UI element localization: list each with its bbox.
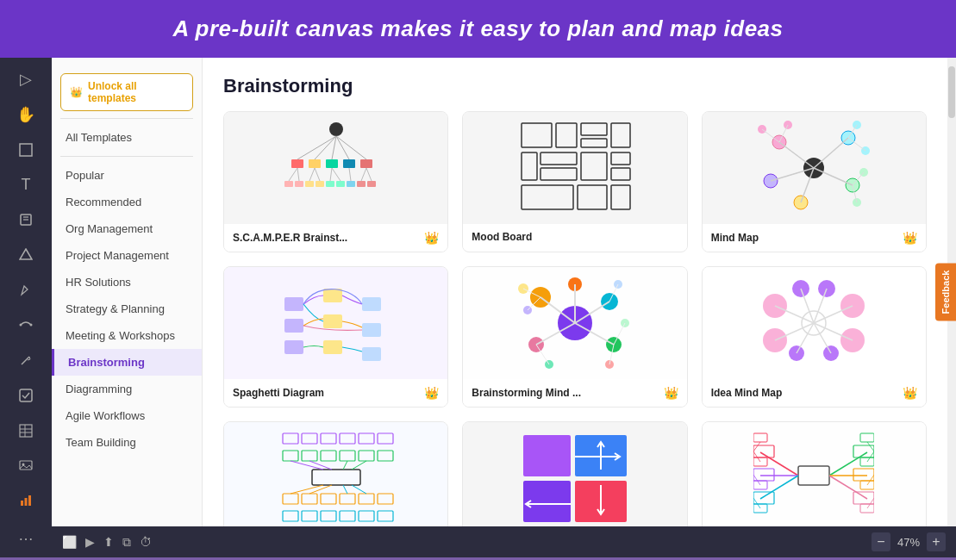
svg-line-41 — [315, 168, 320, 181]
svg-line-195 — [753, 498, 760, 508]
timer-icon[interactable]: ⏱ — [140, 535, 152, 549]
svg-line-177 — [760, 476, 798, 499]
template-name-moodboard: Mood Board — [472, 231, 532, 243]
check-icon[interactable] — [10, 383, 41, 407]
sidebar-item-meeting[interactable]: Meeting & Workshops — [52, 322, 202, 349]
sidebar: 👑 Unlock all templates All Templates Pop… — [52, 58, 203, 526]
template-card-moodboard[interactable]: Mood Board — [462, 111, 687, 252]
template-footer-ideamind: Idea Mind Map 👑 — [703, 379, 926, 407]
text-icon[interactable]: T — [10, 173, 41, 196]
svg-line-40 — [309, 168, 315, 181]
template-card-ideamind[interactable]: Idea Mind Map 👑 — [702, 266, 927, 408]
templates-grid: S.C.A.M.P.E.R Brainst... 👑 — [223, 111, 927, 526]
svg-rect-34 — [336, 181, 345, 187]
svg-rect-55 — [581, 152, 607, 180]
template-card-mindmap[interactable]: Mind Map 👑 — [702, 111, 927, 252]
connector-icon[interactable] — [10, 314, 41, 337]
shape-icon[interactable] — [10, 244, 41, 267]
svg-rect-138 — [378, 433, 393, 444]
expand-icon[interactable]: ⬜ — [62, 535, 77, 549]
svg-line-46 — [366, 168, 372, 181]
svg-rect-9 — [20, 425, 32, 437]
svg-line-190 — [753, 442, 760, 451]
svg-line-202 — [867, 475, 874, 485]
svg-rect-85 — [284, 319, 303, 333]
svg-rect-139 — [283, 451, 298, 461]
svg-rect-142 — [340, 451, 355, 461]
svg-rect-48 — [556, 123, 577, 147]
zoom-controls: − 47% + — [872, 532, 946, 551]
svg-line-191 — [753, 451, 760, 462]
template-card-impact[interactable]: Impact and Effort M... 👑 — [462, 421, 687, 526]
template-card-brainstorm[interactable]: Brainstorming Mind ... 👑 — [462, 266, 687, 408]
template-thumb-scamper — [224, 112, 447, 224]
svg-point-5 — [20, 324, 22, 327]
svg-rect-49 — [581, 123, 607, 135]
present-icon[interactable]: ▶ — [85, 535, 95, 549]
unlock-templates-button[interactable]: 👑 Unlock all templates — [60, 73, 193, 111]
svg-line-39 — [297, 168, 299, 181]
svg-rect-88 — [323, 314, 342, 328]
svg-line-164 — [343, 485, 347, 494]
sidebar-item-team-building[interactable]: Team Building — [52, 429, 202, 456]
sidebar-item-brainstorming[interactable]: Brainstorming — [52, 349, 202, 376]
svg-rect-13 — [20, 461, 32, 470]
scroll-thumb[interactable] — [948, 66, 955, 118]
duplicate-icon[interactable]: ⧉ — [122, 535, 131, 550]
export-icon[interactable]: ⬆ — [103, 535, 114, 549]
pen-icon[interactable] — [10, 278, 41, 302]
more-icon[interactable]: … — [10, 524, 41, 547]
template-thumb-brainstorm — [463, 267, 686, 379]
sidebar-item-project[interactable]: Project Management — [52, 242, 202, 269]
cursor-icon[interactable]: ▷ — [10, 68, 41, 91]
svg-rect-136 — [340, 433, 355, 444]
crown-spaghetti: 👑 — [424, 386, 439, 400]
svg-point-18 — [329, 122, 343, 136]
sidebar-item-all-templates[interactable]: All Templates — [52, 124, 202, 151]
chart-icon[interactable] — [10, 489, 41, 513]
frame-icon[interactable] — [10, 138, 41, 161]
template-card-centralmind[interactable]: Central Mind Map 👑 — [702, 421, 927, 526]
page-title: Brainstorming — [223, 75, 927, 97]
table-icon[interactable] — [10, 419, 41, 442]
svg-line-182 — [829, 452, 867, 476]
svg-rect-156 — [283, 511, 298, 521]
template-name-spaghetti: Spaghetti Diagram — [233, 387, 324, 399]
zoom-in-button[interactable]: + — [927, 532, 946, 551]
svg-rect-17 — [28, 495, 31, 506]
template-name-scamper: S.C.A.M.P.E.R Brainst... — [233, 232, 347, 244]
svg-line-45 — [361, 168, 366, 181]
template-card-doublepyramid[interactable]: Double Pyramid Min... 👑 — [223, 421, 448, 526]
sidebar-item-agile[interactable]: Agile Workflows — [52, 402, 202, 429]
svg-rect-23 — [360, 159, 372, 168]
template-card-scamper[interactable]: S.C.A.M.P.E.R Brainst... 👑 — [223, 111, 448, 252]
note-icon[interactable] — [10, 208, 41, 232]
svg-line-184 — [829, 476, 867, 499]
svg-rect-151 — [302, 494, 317, 504]
crown-scamper: 👑 — [424, 231, 439, 245]
sidebar-item-hr[interactable]: HR Solutions — [52, 269, 202, 296]
sidebar-item-popular[interactable]: Popular — [52, 162, 202, 189]
svg-rect-160 — [359, 511, 374, 521]
template-thumb-spaghetti — [224, 267, 447, 379]
svg-rect-154 — [359, 494, 374, 504]
pencil-icon[interactable] — [10, 349, 41, 372]
hand-icon[interactable]: ✋ — [10, 103, 41, 127]
zoom-out-button[interactable]: − — [872, 532, 890, 551]
svg-rect-134 — [302, 433, 317, 444]
feedback-tab[interactable]: Feedback — [935, 264, 956, 321]
sidebar-item-diagramming[interactable]: Diagramming — [52, 376, 202, 402]
svg-rect-89 — [323, 340, 342, 354]
svg-rect-52 — [522, 152, 537, 180]
sidebar-item-recommended[interactable]: Recommended — [52, 189, 202, 215]
svg-rect-161 — [378, 511, 393, 521]
all-templates-label: All Templates — [66, 131, 132, 144]
sidebar-item-strategy[interactable]: Strategy & Planning — [52, 296, 202, 322]
svg-line-68 — [814, 138, 848, 168]
svg-rect-174 — [798, 466, 829, 485]
template-card-spaghetti[interactable]: Spaghetti Diagram 👑 — [223, 266, 448, 408]
template-footer-mindmap: Mind Map 👑 — [703, 224, 926, 252]
svg-rect-0 — [20, 144, 32, 156]
image-icon[interactable] — [10, 454, 41, 477]
sidebar-item-org[interactable]: Org Management — [52, 215, 202, 242]
